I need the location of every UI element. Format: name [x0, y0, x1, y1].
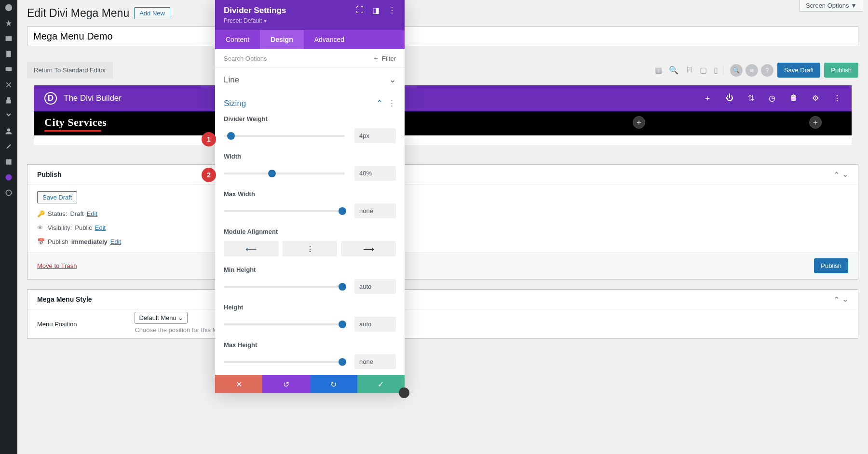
collapse-down-icon-2[interactable]: ⌄ [842, 295, 848, 303]
publish-button-box[interactable]: Publish [814, 258, 848, 273]
preview-gap [34, 135, 852, 145]
divider-settings-panel: Divider Settings Preset: Default ▾ ⛶ ◨ ⋮… [215, 0, 405, 348]
svg-point-7 [6, 190, 11, 195]
publish-heading: Publish [37, 171, 62, 178]
panel-title: Divider Settings [224, 6, 286, 15]
max-width-slider[interactable] [224, 210, 345, 212]
collapse-up-icon[interactable]: ⌃ [834, 171, 840, 178]
width-slider[interactable] [224, 173, 345, 174]
max-width-value[interactable] [354, 203, 396, 218]
expand-icon[interactable]: ⛶ [356, 6, 364, 15]
preview-strip: City Services ＋ ＋ [34, 111, 852, 135]
svg-point-6 [6, 174, 12, 181]
pins-icon[interactable] [4, 80, 14, 90]
dock-icon[interactable]: ◨ [372, 6, 380, 15]
section-line[interactable]: Line ⌄ [215, 68, 405, 92]
width-value[interactable] [354, 166, 396, 181]
panel-more-icon[interactable]: ⋮ [388, 6, 396, 15]
publish-metabox: Publish ⌃ ⌄ Save Draft 🔑 Status: Draft E… [27, 164, 858, 280]
phone-icon[interactable]: ▯ [714, 66, 718, 75]
tablet-icon[interactable]: ▢ [700, 66, 707, 75]
sort-icon[interactable]: ⇅ [748, 93, 754, 104]
min-height-slider[interactable] [224, 286, 345, 288]
section-sizing[interactable]: Sizing ⌃ ⋮ [215, 92, 405, 115]
max-height-label: Max Height [224, 341, 396, 348]
schedule-edit-link[interactable]: Edit [110, 238, 121, 245]
search-circle-icon[interactable]: 🔍 [730, 64, 743, 77]
tools-icon[interactable] [4, 142, 14, 151]
max-width-label: Max Width [224, 190, 396, 198]
svg-rect-2 [6, 51, 11, 57]
dashboard-icon[interactable] [4, 3, 14, 13]
gear-icon[interactable]: ⚙ [812, 93, 819, 104]
height-value[interactable] [354, 317, 396, 332]
collapse-down-icon[interactable]: ⌄ [842, 171, 848, 178]
schedule-label: Publish [48, 238, 68, 245]
pin-icon[interactable] [4, 18, 14, 28]
power-icon[interactable]: ⏻ [726, 93, 733, 104]
save-draft-box-button[interactable]: Save Draft [37, 191, 77, 203]
align-center-button[interactable]: ⋮ [283, 241, 338, 256]
pages-icon[interactable] [4, 49, 14, 59]
move-to-trash-link[interactable]: Move to Trash [37, 262, 77, 269]
settings-icon[interactable] [4, 157, 14, 167]
min-height-value[interactable] [354, 279, 396, 294]
tab-content[interactable]: Content [215, 30, 260, 49]
collapse-up-icon-2[interactable]: ⌃ [834, 295, 840, 303]
layers-circle-icon[interactable]: ≋ [746, 64, 758, 77]
desktop-icon[interactable]: 🖥 [685, 66, 693, 75]
svg-point-4 [7, 128, 10, 131]
align-right-button[interactable]: ⟶ [341, 241, 396, 256]
panel-preset[interactable]: Preset: Default ▾ [224, 17, 286, 24]
status-edit-link[interactable]: Edit [87, 210, 97, 217]
save-draft-button[interactable]: Save Draft [777, 63, 820, 78]
divider-weight-slider[interactable] [224, 135, 345, 137]
chevron-up-icon: ⌃ [376, 98, 383, 108]
grid-view-icon[interactable]: ▦ [655, 66, 662, 75]
height-label: Height [224, 304, 396, 311]
users-icon[interactable] [4, 126, 14, 136]
trash-icon[interactable]: 🗑 [790, 93, 798, 104]
publish-button-top[interactable]: Publish [824, 63, 858, 78]
divi-secondary-icon[interactable] [4, 188, 14, 198]
screen-options-button[interactable]: Screen Options ▼ [800, 0, 863, 12]
status-label: Status: [48, 210, 67, 217]
clock-icon[interactable]: ◷ [769, 93, 775, 104]
help-circle-icon[interactable]: ? [761, 64, 773, 77]
module-alignment-label: Module Alignment [224, 228, 396, 235]
add-section-icon[interactable]: ＋ [704, 93, 711, 104]
plugins-icon[interactable] [4, 95, 14, 105]
builder-toolbar: ▦ 🔍 🖥 ▢ ▯ 🔍 ≋ ? Save Draft Publish [655, 63, 858, 78]
svg-rect-5 [6, 159, 11, 164]
visibility-edit-link[interactable]: Edit [95, 224, 106, 231]
divi-icon[interactable] [4, 173, 14, 182]
divider-weight-value[interactable] [354, 128, 396, 143]
height-slider[interactable] [224, 323, 345, 325]
zoom-icon[interactable]: 🔍 [669, 66, 678, 75]
menu-position-select[interactable]: Default Menu ⌄ [135, 312, 188, 324]
filter-button[interactable]: ＋Filter [373, 54, 396, 63]
media-icon[interactable] [4, 34, 14, 43]
comments-icon[interactable] [4, 65, 14, 74]
add-module-button-1[interactable]: ＋ [633, 116, 645, 129]
divider-weight-label: Divider Weight [224, 115, 396, 122]
add-module-button-2[interactable]: ＋ [809, 116, 822, 129]
add-new-button[interactable]: Add New [134, 7, 170, 19]
panel-tabs: Content Design Advanced [215, 30, 405, 49]
city-services-heading: City Services [44, 116, 107, 129]
svg-point-0 [5, 4, 12, 11]
section-more-icon[interactable]: ⋮ [388, 98, 396, 108]
annotation-badge-1: 1 [202, 132, 216, 147]
svg-rect-1 [6, 36, 12, 41]
visibility-value: Public [75, 224, 92, 231]
post-title-input[interactable] [27, 27, 858, 46]
more-icon[interactable]: ⋮ [833, 93, 841, 104]
divi-logo-icon: D [44, 92, 57, 105]
admin-icon[interactable] [4, 111, 14, 120]
tab-advanced[interactable]: Advanced [304, 30, 355, 49]
search-options-input[interactable]: Search Options [224, 55, 267, 62]
return-standard-editor-button[interactable]: Return To Standard Editor [27, 62, 113, 79]
key-icon: 🔑 [37, 210, 45, 217]
tab-design[interactable]: Design [260, 30, 304, 49]
align-left-button[interactable]: ⟵ [224, 241, 279, 256]
